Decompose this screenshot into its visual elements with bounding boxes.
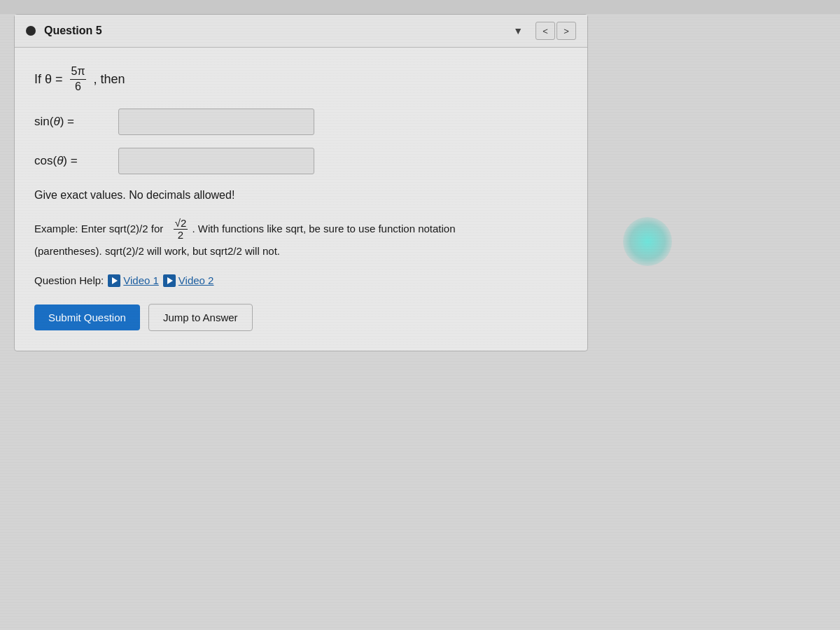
fraction-numerator: 5π [70,64,87,80]
problem-prefix: If θ = [34,72,63,87]
question-title: Question 5 [44,24,500,37]
fraction-denominator: 6 [74,80,83,94]
prev-button[interactable]: < [536,22,555,40]
video2-label: Video 2 [178,274,214,286]
glow-orb [623,217,672,266]
cos-row: cos(θ) = [34,148,568,174]
cos-input[interactable] [118,148,314,174]
problem-fraction: 5π 6 [70,64,87,94]
sin-row: sin(θ) = [34,108,568,135]
sin-label: sin(θ) = [34,115,111,129]
question-dot [26,26,36,36]
help-row: Question Help: Video 1 Video 2 [34,274,568,287]
video1-link[interactable]: Video 1 [108,274,159,287]
help-label: Question Help: [34,274,104,286]
jump-to-answer-button[interactable]: Jump to Answer [148,304,253,331]
submit-button[interactable]: Submit Question [34,304,140,330]
problem-statement: If θ = 5π 6 , then [34,64,568,94]
dropdown-button[interactable]: ▼ [509,24,527,38]
video2-link[interactable]: Video 2 [163,274,214,287]
question-body: If θ = 5π 6 , then sin(θ) = cos(θ) = Giv… [15,48,587,351]
problem-suffix: , then [93,72,125,87]
cos-label: cos(θ) = [34,154,111,168]
example-sqrt-den: 2 [176,230,185,241]
sin-input[interactable] [118,108,314,135]
instruction-text: Give exact values. No decimals allowed! [34,187,568,204]
example-sqrt-num: √2 [174,218,188,230]
video2-play-icon [163,274,176,287]
video1-play-icon [108,274,120,287]
example-suffix: . With functions like sqrt, be sure to u… [192,223,456,234]
example-fraction: √2 2 [174,218,188,241]
example-line2: (parentheses). sqrt(2)/2 will work, but … [34,245,280,257]
example-prefix: Example: Enter sqrt(2)/2 for [34,223,163,234]
video1-label: Video 1 [123,274,159,286]
example-block: Example: Enter sqrt(2)/2 for √2 2 . With… [34,218,568,260]
main-container: Question 5 ▼ < > If θ = 5π 6 , then sin(… [0,14,840,630]
button-row: Submit Question Jump to Answer [34,304,568,331]
question-panel: Question 5 ▼ < > If θ = 5π 6 , then sin(… [14,14,588,351]
question-header: Question 5 ▼ < > [15,15,587,48]
next-button[interactable]: > [556,22,576,40]
nav-buttons: < > [536,22,576,40]
